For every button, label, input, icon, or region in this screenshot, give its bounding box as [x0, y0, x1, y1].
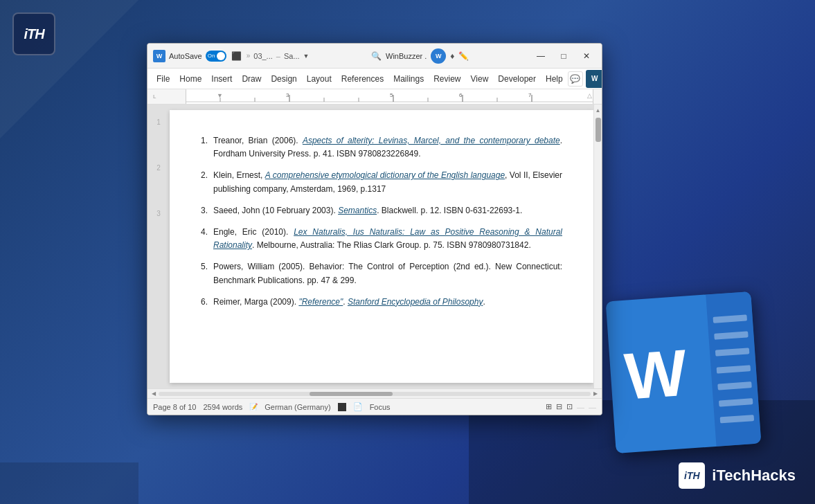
- menu-item-developer[interactable]: Developer: [493, 71, 541, 87]
- word-count: 2594 words: [203, 403, 242, 411]
- status-bar: Page 8 of 10 2594 words 📝 German (German…: [147, 398, 602, 415]
- menu-item-file[interactable]: File: [152, 71, 174, 87]
- reference-item-3: 3. Saeed, John (10 February 2003). Seman…: [201, 204, 562, 217]
- ruler-marker-indent: ▼: [217, 92, 223, 99]
- autosave-label: AutoSave: [169, 52, 202, 60]
- spell-check-icon: [338, 403, 346, 411]
- ref-6-text-after2: .: [483, 297, 485, 307]
- ref-num-5: 5.: [201, 260, 213, 287]
- logo-text: iTH: [24, 26, 44, 42]
- ref-1-link[interactable]: Aspects of alterity: Levinas, Marcel, an…: [303, 136, 560, 145]
- document-area: 1 2 3 1. Treanor, Brian (2006). Aspects …: [147, 105, 602, 388]
- proofread-icon: 📝: [249, 403, 258, 411]
- scrollbar-thumb[interactable]: [595, 118, 601, 142]
- comment-button[interactable]: 💬: [568, 71, 583, 87]
- ref-6-link2[interactable]: Stanford Encyclopedia of Philosophy: [348, 297, 483, 307]
- logo-topleft: iTH: [12, 12, 55, 55]
- toggle-state: On: [208, 53, 215, 59]
- user-ribbon-avatar: W: [586, 70, 602, 88]
- ref-3-link[interactable]: Semantics: [338, 206, 377, 215]
- minimize-button[interactable]: —: [531, 48, 550, 64]
- ref-num-4: 4.: [201, 226, 213, 252]
- ref-5-text: Powers, William (2005). Behavior: The Co…: [213, 262, 562, 285]
- layout-icon-3[interactable]: ⊡: [566, 402, 573, 411]
- ref-4-text-after: . Melbourne, Australia: The Rlias Clark …: [252, 240, 531, 250]
- scroll-left-arrow[interactable]: ◀: [152, 390, 156, 397]
- menu-item-insert[interactable]: Insert: [206, 71, 237, 87]
- ref-6-sep: .: [343, 297, 348, 307]
- reference-item-6: 6. Reimer, Marga (2009). "Reference". St…: [201, 296, 562, 309]
- ruler: 3 5 6 7 L ▼ △: [147, 89, 602, 105]
- user-avatar-icon: W: [431, 48, 446, 64]
- ref-3-text-before: Saeed, John (10 February 2003).: [213, 206, 338, 215]
- ref-6-link1[interactable]: "Reference": [298, 297, 343, 307]
- reference-item-1: 1. Treanor, Brian (2006). Aspects of alt…: [201, 134, 562, 161]
- left-margin: 1 2 3: [147, 105, 170, 388]
- pen-icon: ✏️: [458, 51, 469, 61]
- ref-content-5: Powers, William (2005). Behavior: The Co…: [213, 260, 562, 287]
- title-separator: –: [276, 52, 280, 60]
- ref-4-the: The: [337, 240, 352, 250]
- ref-num-3: 3.: [201, 204, 213, 217]
- document-page: 1. Treanor, Brian (2006). Aspects of alt…: [170, 110, 593, 383]
- autosave-toggle[interactable]: On: [206, 51, 226, 62]
- ref-content-4: Engle, Eric (2010). Lex Naturalis, Ius N…: [213, 226, 562, 252]
- zoom-separator2: —: [589, 403, 596, 411]
- diamond-icon: ♦: [450, 51, 454, 61]
- brand-logo: iTH: [679, 462, 705, 489]
- reference-item-2: 2. Klein, Ernest, A comprehensive etymol…: [201, 169, 562, 195]
- ref-1-text-before: Treanor, Brian (2006).: [213, 136, 303, 145]
- ref-2-link[interactable]: A comprehensive etymological dictionary …: [265, 170, 505, 180]
- scrollbar-vertical[interactable]: ▲: [593, 105, 602, 388]
- language: German (Germany): [265, 403, 330, 411]
- word-app-icon: W: [153, 50, 165, 62]
- menu-item-layout[interactable]: Layout: [302, 71, 337, 87]
- scrollbar-horizontal[interactable]: ◀ ▶: [147, 388, 602, 398]
- menu-item-help[interactable]: Help: [541, 71, 568, 87]
- ruler-marker-left: L: [153, 93, 156, 100]
- menu-item-references[interactable]: References: [337, 71, 388, 87]
- hscroll-thumb[interactable]: [310, 392, 393, 396]
- menu-item-design[interactable]: Design: [266, 71, 301, 87]
- menu-item-home[interactable]: Home: [174, 71, 206, 87]
- maximize-button[interactable]: □: [554, 48, 573, 64]
- ref-6-text-before: Reimer, Marga (2009).: [213, 297, 298, 307]
- ref-content-2: Klein, Ernest, A comprehensive etymologi…: [213, 169, 562, 195]
- ref-4-text-before: Engle, Eric (2010).: [213, 227, 294, 237]
- title-docname: Sa...: [284, 52, 300, 60]
- title-bar: W AutoSave On ⬛ » 03_... – Sa... ▼ 🔍 Win…: [147, 44, 602, 69]
- scroll-up-arrow[interactable]: ▲: [594, 106, 602, 115]
- svg-text:7: 7: [528, 92, 532, 98]
- ref-content-6: Reimer, Marga (2009). "Reference". Stanf…: [213, 296, 562, 309]
- hscroll-track[interactable]: [159, 392, 591, 396]
- dropdown-arrow[interactable]: ▼: [303, 53, 310, 60]
- svg-text:5: 5: [390, 92, 393, 98]
- ref-num-6: 6.: [201, 296, 213, 309]
- menu-item-review[interactable]: Review: [429, 71, 465, 87]
- svg-text:3: 3: [286, 92, 289, 98]
- menu-item-draw[interactable]: Draw: [237, 71, 266, 87]
- close-button[interactable]: ✕: [577, 48, 596, 64]
- reference-item-5: 5. Powers, William (2005). Behavior: The…: [201, 260, 562, 287]
- ref-3-text-after: . Blackwell. p. 12. ISBN 0-631-22693-1.: [377, 206, 522, 215]
- ref-num-2: 2.: [201, 169, 213, 195]
- page-info: Page 8 of 10: [153, 403, 196, 411]
- title-filename: 03_...: [253, 52, 273, 60]
- focus-label[interactable]: Focus: [370, 403, 391, 411]
- layout-icon-2[interactable]: ⊟: [556, 402, 562, 411]
- ref-content-3: Saeed, John (10 February 2003). Semantic…: [213, 204, 562, 217]
- word-window: W AutoSave On ⬛ » 03_... – Sa... ▼ 🔍 Win…: [147, 43, 602, 415]
- toolbar-icon-save[interactable]: ⬛: [230, 50, 243, 62]
- menu-item-mailings[interactable]: Mailings: [388, 71, 429, 87]
- menu-item-view[interactable]: View: [466, 71, 494, 87]
- ref-2-text-before: Klein, Ernest,: [213, 170, 265, 180]
- word-letter: W: [622, 334, 689, 414]
- layout-icon-1[interactable]: ⊞: [546, 402, 552, 411]
- ref-content-1: Treanor, Brian (2006). Aspects of alteri…: [213, 134, 562, 161]
- brand-bottomright: iTH iTechHacks: [679, 462, 796, 489]
- menu-bar: File Home Insert Draw Design Layout Refe…: [147, 69, 602, 89]
- svg-text:6: 6: [459, 92, 463, 98]
- ref-num-1: 1.: [201, 134, 213, 161]
- focus-mode[interactable]: 📄: [353, 402, 363, 411]
- scroll-right-arrow[interactable]: ▶: [593, 390, 598, 397]
